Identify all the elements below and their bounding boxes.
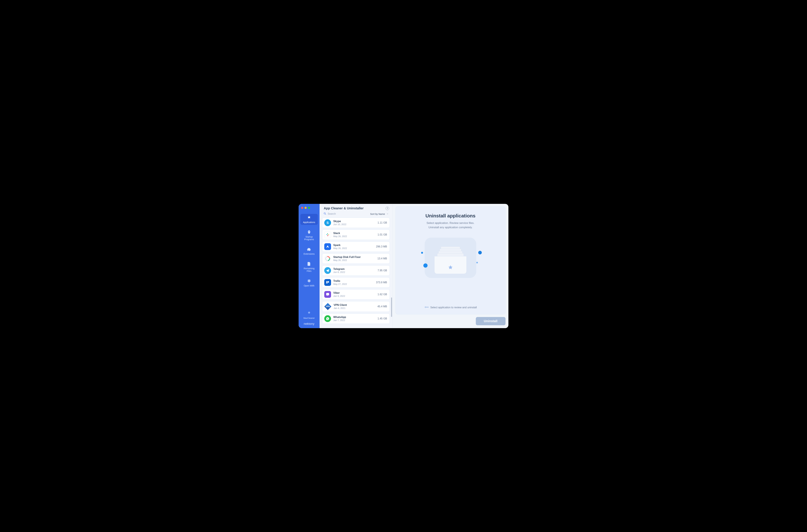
app-size: 45.4 MB [377, 305, 387, 308]
scrollbar-thumb[interactable] [391, 298, 392, 317]
skype-icon: S [324, 220, 331, 226]
signpost-icon [307, 279, 311, 283]
app-size: 1.45 GB [378, 317, 387, 320]
app-date: Jun 10, 2022 [333, 223, 346, 226]
detail-heading: Uninstall applications [425, 213, 476, 218]
app-date: Jan 7, 2022 [333, 319, 346, 322]
app-name: Slack [333, 232, 347, 235]
minimize-window-button[interactable] [305, 207, 307, 209]
decor-dot [421, 252, 423, 254]
app-row-slack[interactable]: Slack May 26, 2022 1.01 GB [322, 229, 390, 240]
app-name: Viber [333, 291, 345, 294]
app-row-spark[interactable]: Spark May 26, 2022 296.3 MB [322, 242, 390, 252]
disk-gauge-icon [324, 255, 331, 262]
placeholder-card: Uninstall applications Select applicatio… [396, 206, 505, 315]
app-date: May 26, 2022 [333, 235, 347, 238]
detail-subheading: Select application. Review service files… [427, 221, 475, 229]
svg-rect-4 [327, 233, 328, 234]
svg-line-1 [325, 214, 326, 215]
slack-icon [324, 231, 331, 238]
app-row-skype[interactable]: S Skype Jun 10, 2022 1.11 GB [322, 217, 390, 228]
hint-text: Select application to review and uninsta… [430, 306, 477, 309]
search-input[interactable] [328, 212, 347, 215]
svg-point-0 [324, 213, 325, 214]
uninstall-button[interactable]: Uninstall [476, 317, 505, 325]
applications-icon [307, 215, 311, 220]
chevron-down-icon [387, 213, 388, 215]
app-size: 1.01 GB [378, 233, 387, 236]
app-list[interactable]: S Skype Jun 10, 2022 1.11 GB [320, 217, 392, 328]
sidebar-item-label: Remaining Files [301, 267, 317, 272]
rocket-icon [307, 230, 311, 234]
sidebar-item-remaining-files[interactable]: Remaining Files [300, 260, 318, 273]
app-size: 1.11 GB [378, 221, 387, 224]
sidebar-item-startup-programs[interactable]: Startup Programs [300, 228, 318, 242]
svg-rect-3 [328, 234, 329, 235]
app-name: WhatsApp [333, 316, 346, 319]
sidebar-item-applications[interactable]: Applications [300, 214, 318, 225]
spark-icon [324, 243, 331, 250]
sort-label: Sort by Name [370, 213, 385, 215]
app-date: May 26, 2022 [333, 247, 347, 249]
app-name: VPN Client [333, 304, 347, 306]
sidebar-item-open-with[interactable]: Open With [300, 277, 318, 288]
app-size: 13.4 MB [377, 257, 387, 260]
arrow-left-icon [424, 306, 429, 309]
app-size: 373.8 MB [376, 281, 387, 284]
app-name: Skype [333, 220, 346, 223]
app-date: May 26, 2022 [333, 259, 361, 262]
trello-icon [324, 279, 331, 286]
sidebar-item-label: Startup Programs [301, 235, 317, 241]
app-list-panel: App Cleaner & Uninstaller ? Sort by Name… [320, 204, 392, 328]
decor-dot [478, 251, 482, 254]
sidebar-item-label: Open With [304, 284, 314, 287]
brand-label: nektony [304, 322, 314, 326]
app-date: Jan 4, 2021 [333, 307, 347, 309]
app-row-vpn-client[interactable]: VPN VPN Client Jan 4, 2021 45.4 MB [322, 301, 390, 312]
help-button[interactable]: ? [386, 207, 389, 210]
viber-icon [324, 291, 331, 298]
svg-rect-5 [327, 235, 328, 236]
app-row-viber[interactable]: Viber Jun 9, 2022 1.62 GB [322, 289, 390, 300]
app-store-icon [447, 264, 454, 271]
file-icon [307, 262, 311, 266]
app-row-startup-disk-full-fixer[interactable]: Startup Disk Full Fixer May 26, 2022 13.… [322, 253, 390, 264]
sidebar: Applications Startup Programs Extensions… [299, 204, 320, 328]
app-date: Jun 8, 2022 [333, 271, 345, 273]
app-name: Telegram [333, 268, 345, 270]
app-name: Spark [333, 244, 347, 247]
sidebar-item-extensions[interactable]: Extensions [300, 246, 318, 256]
search-icon [324, 212, 326, 216]
svg-rect-6 [326, 281, 327, 283]
app-row-telegram[interactable]: Telegram Jun 8, 2022 7.95 GB [322, 265, 390, 276]
app-row-whatsapp[interactable]: WhatsApp Jan 7, 2022 1.45 GB [322, 314, 390, 324]
vpn-icon: VPN [324, 303, 331, 310]
whatsapp-icon [324, 315, 331, 322]
puzzle-icon [307, 247, 311, 252]
decor-dot [476, 262, 478, 263]
app-window: Applications Startup Programs Extensions… [299, 204, 508, 328]
app-row-trello[interactable]: Trello May 27, 2022 373.8 MB [322, 277, 390, 288]
sidebar-item-label: Applications [303, 221, 315, 224]
sort-dropdown[interactable]: Sort by Name [370, 213, 388, 215]
app-size: 296.3 MB [376, 245, 387, 248]
svg-rect-7 [328, 281, 329, 283]
svg-rect-2 [326, 234, 327, 235]
app-name: Trello [333, 280, 347, 283]
window-controls [301, 207, 310, 209]
app-name: Startup Disk Full Fixer [333, 256, 361, 259]
maccleaner-link[interactable]: MacCleaner [304, 311, 315, 319]
maximize-window-button[interactable] [308, 207, 310, 209]
detail-panel: Uninstall applications Select applicatio… [392, 204, 508, 328]
close-window-button[interactable] [301, 207, 303, 209]
telegram-icon [324, 267, 331, 274]
illustration [425, 238, 476, 278]
page-title: App Cleaner & Uninstaller [324, 206, 364, 210]
maccleaner-label: MacCleaner [304, 317, 315, 319]
box-illustration [434, 246, 467, 274]
app-size: 1.62 GB [378, 293, 387, 296]
app-size: 7.95 GB [378, 269, 387, 272]
sidebar-item-label: Extensions [304, 253, 314, 255]
app-date: May 27, 2022 [333, 283, 347, 285]
snowflake-icon [307, 311, 311, 316]
